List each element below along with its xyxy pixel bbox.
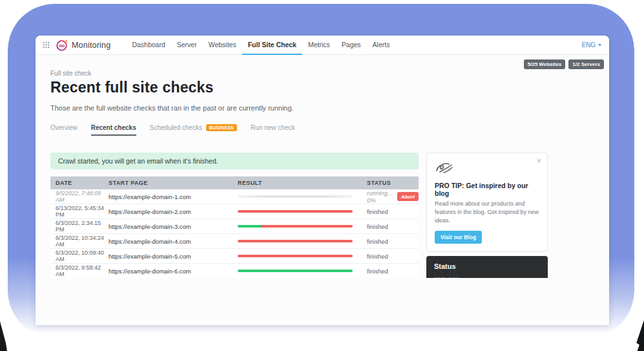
- progress-bar: [238, 240, 353, 242]
- page-title: Recent full site checks: [50, 79, 594, 96]
- nav-item-metrics[interactable]: Metrics: [302, 36, 336, 55]
- table-rows: 9/5/2022, 7:48:09 AMhttps://example-doma…: [50, 189, 419, 278]
- progress-bar: [238, 225, 353, 228]
- table-row: 6/3/2022, 10:09:40 AMhttps://example-dom…: [50, 249, 419, 264]
- cell-start-page: https://example-domain-2.com: [109, 208, 238, 215]
- status-text: finished: [367, 238, 388, 245]
- visit-blog-button[interactable]: Visit our Blog: [435, 231, 482, 244]
- cell-date: 6/3/2022, 9:58:42 AM: [50, 264, 109, 277]
- tab-label: Scheduled checks: [150, 124, 202, 131]
- nav-item-pages[interactable]: Pages: [336, 36, 367, 55]
- cell-result: [238, 225, 367, 228]
- table-row: 6/3/2022, 9:58:42 AMhttps://example-doma…: [50, 264, 419, 278]
- tab-recent-checks[interactable]: Recent checks: [91, 124, 136, 136]
- nav-item-server[interactable]: Server: [171, 36, 203, 55]
- language-label: ENG: [581, 41, 596, 48]
- cell-start-page: https://example-domain-1.com: [109, 193, 238, 200]
- progress-bar: [238, 270, 353, 272]
- status-text: finished: [367, 208, 388, 215]
- table-row: 6/3/2022, 10:34:24 AMhttps://example-dom…: [50, 234, 419, 249]
- cell-status: finished: [367, 238, 419, 245]
- svg-text:360: 360: [59, 43, 65, 47]
- progress-bar: [238, 210, 353, 213]
- status-panel: Status SERVERS0 open alert(s)0 servers d…: [426, 256, 548, 278]
- progress-bar: [238, 195, 353, 198]
- nav-item-websites[interactable]: Websites: [203, 36, 242, 55]
- app-launcher-icon[interactable]: [43, 41, 50, 48]
- table-row: 6/3/2022, 2:34:15 PMhttps://example-doma…: [50, 219, 419, 234]
- status-text: finished: [367, 253, 388, 260]
- cell-start-page: https://example-domain-6.com: [109, 268, 238, 275]
- cursor-artifact-right: [636, 320, 644, 351]
- tab-scheduled-checks[interactable]: Scheduled checksBUSINESS: [150, 124, 237, 136]
- table-row: 6/13/2022, 5:45:34 PMhttps://example-dom…: [50, 204, 419, 219]
- cell-start-page: https://example-domain-4.com: [109, 238, 238, 245]
- progress-segment-red: [238, 255, 353, 257]
- brand-name: Monitoring: [72, 41, 110, 50]
- nav-item-dashboard[interactable]: Dashboard: [126, 36, 171, 55]
- cell-result: [238, 210, 367, 213]
- nav-item-full-site-check[interactable]: Full Site Check: [242, 36, 302, 55]
- cell-result: [238, 240, 367, 242]
- checks-column: Crawl started, you will get an email whe…: [50, 153, 419, 278]
- inspiration-doodle-icon: [435, 160, 454, 175]
- progress-bar: [238, 255, 353, 257]
- status-panel-title: Status: [434, 262, 540, 270]
- close-icon[interactable]: ×: [537, 156, 541, 165]
- status-section-label-servers: SERVERS: [434, 276, 540, 278]
- cell-start-page: https://example-domain-3.com: [109, 223, 238, 230]
- column-header-result: RESULT: [238, 180, 367, 186]
- status-text: finished: [367, 223, 388, 230]
- cell-status: finished: [367, 268, 419, 275]
- cell-date: 6/3/2022, 10:09:40 AM: [50, 250, 109, 262]
- chevron-down-icon: ▼: [597, 43, 602, 47]
- brand-logo[interactable]: 360 Monitoring: [56, 39, 110, 52]
- column-header-date: DATE: [50, 180, 109, 186]
- nav-links: DashboardServerWebsitesFull Site CheckMe…: [126, 36, 395, 55]
- cell-status: finished: [367, 223, 419, 230]
- breadcrumb: Full site check: [50, 55, 594, 77]
- cell-date: 6/3/2022, 10:34:24 AM: [50, 235, 109, 248]
- cell-status: finished: [367, 208, 419, 215]
- status-sections: SERVERS0 open alert(s)0 servers downWEBS…: [434, 276, 540, 278]
- progress-segment-pending: [238, 195, 353, 198]
- cell-status: finished: [367, 253, 419, 260]
- quota-badge-5-25-websites: 5/25 Websites: [524, 59, 566, 69]
- business-badge: BUSINESS: [206, 124, 237, 131]
- cell-result: [238, 270, 367, 272]
- app-window: 360 Monitoring DashboardServerWebsitesFu…: [36, 36, 609, 325]
- cell-date: 6/13/2022, 5:45:34 PM: [50, 205, 109, 218]
- sidebar-column: × PRO TIP: Get inspired by our blog Read…: [426, 153, 548, 278]
- progress-segment-red: [261, 225, 353, 228]
- progress-segment-red: [238, 210, 353, 213]
- tab-label: Overview: [50, 124, 78, 131]
- status-text: running... 0%: [367, 189, 393, 204]
- quota-badge-1-2-servers: 1/2 Servers: [568, 59, 604, 69]
- status-text: finished: [367, 268, 388, 275]
- screen: 360 Monitoring DashboardServerWebsitesFu…: [0, 0, 644, 351]
- content-row: Crawl started, you will get an email whe…: [50, 153, 594, 278]
- logo-360-icon: 360: [56, 39, 68, 52]
- protip-title: PRO TIP: Get inspired by our blog: [435, 182, 539, 197]
- cell-start-page: https://example-domain-5.com: [109, 253, 238, 260]
- language-selector[interactable]: ENG ▼: [581, 41, 602, 48]
- nav-item-alerts[interactable]: Alerts: [367, 36, 396, 55]
- cell-status: running... 0%Abort: [367, 189, 419, 204]
- progress-segment-red: [238, 240, 353, 242]
- cell-result: [238, 255, 367, 257]
- cell-result: [238, 195, 367, 198]
- cell-date: 6/3/2022, 2:34:15 PM: [50, 220, 109, 233]
- column-header-status: STATUS: [367, 180, 419, 186]
- tab-run-new-check[interactable]: Run new check: [251, 124, 295, 136]
- column-header-start-page: START PAGE: [109, 180, 238, 186]
- table-header: DATESTART PAGERESULTSTATUS: [50, 176, 419, 189]
- top-navigation: 360 Monitoring DashboardServerWebsitesFu…: [36, 36, 609, 55]
- tab-overview[interactable]: Overview: [50, 124, 78, 136]
- page-description: Those are the full website checks that r…: [50, 104, 594, 112]
- section-tabs: OverviewRecent checksScheduled checksBUS…: [50, 124, 594, 136]
- protip-card: × PRO TIP: Get inspired by our blog Read…: [426, 153, 548, 251]
- protip-body: Read more about our products and feature…: [435, 200, 539, 225]
- table-row: 9/5/2022, 7:48:09 AMhttps://example-doma…: [50, 189, 419, 204]
- abort-button[interactable]: Abort: [397, 192, 419, 201]
- progress-segment-green: [238, 270, 353, 272]
